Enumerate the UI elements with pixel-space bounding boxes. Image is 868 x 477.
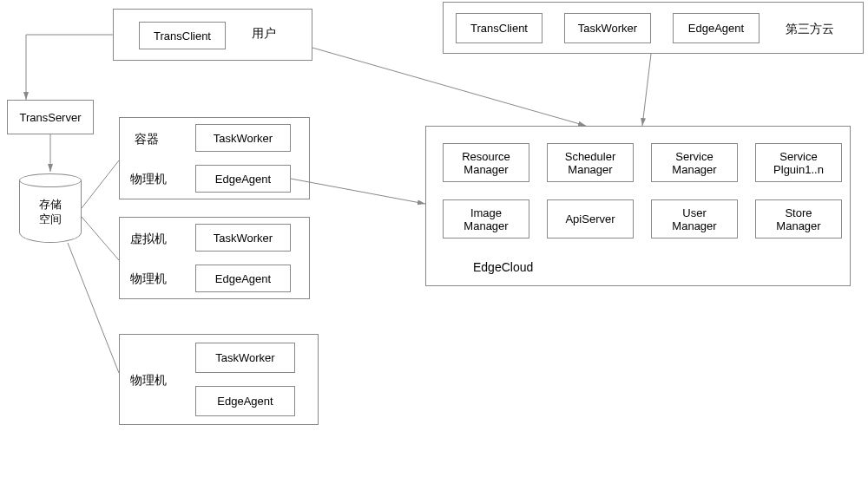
third-party-edgeagent: EdgeAgent <box>673 13 760 43</box>
ec-item-3: Service Plguin1..n <box>755 143 842 182</box>
node-g2-row1-box: TaskWorker <box>195 224 291 252</box>
user-label: 用户 <box>252 26 276 42</box>
ec-item-2: Service Manager <box>651 143 738 182</box>
storage-label: 存储 空间 <box>19 191 82 234</box>
node-g1-row2-box: EdgeAgent <box>195 165 291 193</box>
third-party-label: 第三方云 <box>786 22 834 37</box>
node-g3-box2: EdgeAgent <box>195 386 295 416</box>
ec-item-0: Resource Manager <box>443 143 529 182</box>
node-g1-row2-label: 物理机 <box>130 172 167 187</box>
ec-item-5: ApiServer <box>547 199 634 238</box>
node-g1-row1-box: TaskWorker <box>195 124 291 152</box>
node-g3-label: 物理机 <box>130 373 167 389</box>
third-party-taskworker: TaskWorker <box>564 13 651 43</box>
ec-item-6: User Manager <box>651 199 738 238</box>
ec-item-4: Image Manager <box>443 199 529 238</box>
ec-item-1: Scheduler Manager <box>547 143 634 182</box>
node-g3-box1: TaskWorker <box>195 343 295 373</box>
user-transclient: TransClient <box>139 22 226 49</box>
node-g2-row2-label: 物理机 <box>130 271 167 287</box>
node-g1-row1-label: 容器 <box>135 132 159 147</box>
trans-server: TransServer <box>7 100 94 134</box>
node-g2-row1-label: 虚拟机 <box>130 232 167 247</box>
third-party-transclient: TransClient <box>456 13 542 43</box>
node-g2-row2-box: EdgeAgent <box>195 265 291 292</box>
ec-item-7: Store Manager <box>755 199 842 238</box>
storage-db-top <box>19 173 82 187</box>
edgecloud-label: EdgeCloud <box>473 260 533 274</box>
